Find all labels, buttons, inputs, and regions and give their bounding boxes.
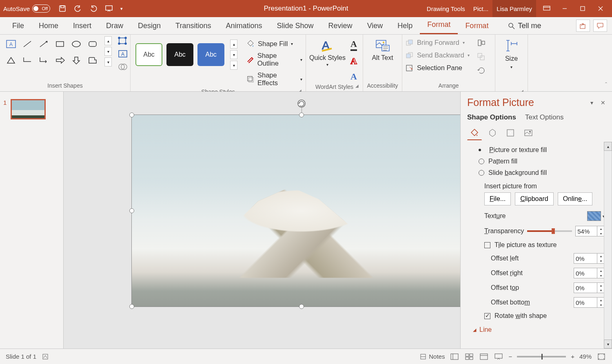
offset-left-input[interactable]: 0%▴▾ xyxy=(574,253,605,264)
tab-view[interactable]: View xyxy=(360,18,390,34)
style-up-icon[interactable]: ▴ xyxy=(230,40,237,49)
pane-close-icon[interactable]: ✕ xyxy=(601,99,605,106)
fit-window-icon[interactable] xyxy=(596,353,606,361)
clipboard-button[interactable]: Clipboard xyxy=(515,192,554,205)
slide-thumbnail-1[interactable] xyxy=(11,99,46,119)
texture-picker[interactable] xyxy=(587,211,601,221)
contextual-tab-drawing[interactable]: Drawing Tools xyxy=(423,0,469,17)
minimize-icon[interactable] xyxy=(557,3,573,14)
resize-handle-w[interactable] xyxy=(129,208,134,213)
tab-review[interactable]: Review xyxy=(321,18,360,34)
qat-customize-icon[interactable]: ▾ xyxy=(120,6,123,11)
arrow-line-icon[interactable] xyxy=(36,36,51,52)
shape-gallery[interactable]: A xyxy=(3,36,100,68)
rotate-icon[interactable] xyxy=(477,66,486,75)
send-backward-button[interactable]: Send Backward▾ xyxy=(406,51,470,59)
bring-forward-button[interactable]: Bring Forward▾ xyxy=(406,39,470,46)
style-more-icon[interactable]: ▾ xyxy=(230,61,237,70)
picture-category-icon[interactable] xyxy=(521,126,536,140)
tab-format-picture[interactable]: Format xyxy=(458,18,496,34)
connector-l-icon[interactable] xyxy=(20,53,35,68)
size-button[interactable]: Size ▾ xyxy=(505,36,518,69)
tab-draw[interactable]: Draw xyxy=(99,18,131,34)
shape-effects-button[interactable]: Shape Effects▾ xyxy=(246,71,302,87)
tab-shape-icon[interactable] xyxy=(85,53,100,68)
reading-view-icon[interactable] xyxy=(479,353,489,361)
pane-options-icon[interactable]: ▾ xyxy=(590,99,593,106)
save-icon[interactable] xyxy=(58,4,67,13)
tab-design[interactable]: Design xyxy=(131,18,168,34)
text-effects-icon[interactable]: A xyxy=(350,71,357,82)
edit-shape-icon[interactable] xyxy=(118,36,128,45)
scroll-down-icon[interactable]: ▾ xyxy=(604,340,612,349)
slide-canvas[interactable] xyxy=(64,92,460,349)
present-icon[interactable] xyxy=(105,4,113,13)
gallery-up-icon[interactable]: ▴ xyxy=(104,36,112,45)
alt-text-button[interactable]: Alt Text xyxy=(372,36,393,62)
scroll-up-icon[interactable]: ▴ xyxy=(604,142,612,151)
style-down-icon[interactable]: ▾ xyxy=(230,50,237,59)
online-button[interactable]: Online... xyxy=(558,192,593,205)
tab-home[interactable]: Home xyxy=(31,18,66,34)
maximize-icon[interactable] xyxy=(574,3,591,14)
pane-scrollbar[interactable]: ▴ ▾ xyxy=(604,142,612,349)
spin-up-icon[interactable]: ▴ xyxy=(597,226,604,231)
tab-slideshow[interactable]: Slide Show xyxy=(270,18,321,34)
resize-handle-sw[interactable] xyxy=(129,304,134,309)
style-preset-2[interactable]: Abc xyxy=(166,43,193,66)
text-options-tab[interactable]: Text Options xyxy=(525,113,564,121)
transparency-input[interactable]: 54%▴▾ xyxy=(575,226,605,236)
ribbon-display-icon[interactable] xyxy=(539,3,555,14)
line-section-header[interactable]: ◢Line xyxy=(472,322,605,335)
text-fill-icon[interactable]: A xyxy=(350,39,357,51)
pattern-fill-radio[interactable]: Pattern fill xyxy=(472,156,605,167)
user-name[interactable]: Lisa Parmley xyxy=(492,0,536,17)
resize-handle-nw[interactable] xyxy=(129,113,134,117)
zoom-level[interactable]: 49% xyxy=(579,353,592,360)
close-icon[interactable] xyxy=(592,3,609,14)
wordart-dialog-icon[interactable]: ◢ xyxy=(355,84,359,88)
selected-picture[interactable] xyxy=(131,115,460,307)
align-icon[interactable] xyxy=(477,39,486,47)
zoom-in-icon[interactable]: + xyxy=(571,353,574,360)
zoom-out-icon[interactable]: − xyxy=(508,353,512,360)
rotate-with-shape-checkbox[interactable]: Rotate with shape xyxy=(472,310,605,322)
merge-shapes-icon[interactable] xyxy=(118,62,128,71)
spin-down-icon[interactable]: ▾ xyxy=(597,231,604,236)
spellcheck-icon[interactable] xyxy=(42,353,49,360)
connector-arrow-icon[interactable] xyxy=(36,53,51,68)
selection-pane-button[interactable]: Selection Pane xyxy=(406,64,470,72)
resize-handle-s[interactable] xyxy=(299,304,304,309)
comments-icon[interactable] xyxy=(593,20,607,32)
block-arrow-icon[interactable] xyxy=(52,53,68,68)
shape-fill-button[interactable]: Shape Fill▾ xyxy=(246,40,302,48)
tab-insert[interactable]: Insert xyxy=(66,18,99,34)
size-category-icon[interactable] xyxy=(503,126,518,140)
text-outline-icon[interactable]: A xyxy=(350,56,357,66)
style-preset-3[interactable]: Abc xyxy=(197,43,224,66)
shape-options-tab[interactable]: Shape Options xyxy=(467,113,516,121)
gallery-more-icon[interactable]: ▾ xyxy=(104,57,112,66)
group-icon[interactable] xyxy=(477,53,486,61)
tab-file[interactable]: File xyxy=(5,18,31,34)
contextual-tab-picture[interactable]: Pict... xyxy=(469,0,493,17)
shape-outline-button[interactable]: Shape Outline▾ xyxy=(246,52,302,67)
zoom-slider[interactable] xyxy=(517,356,566,357)
oval-shape-icon[interactable] xyxy=(69,36,84,52)
slide-indicator[interactable]: Slide 1 of 1 xyxy=(6,353,36,360)
file-button[interactable]: File... xyxy=(484,192,511,205)
gallery-down-icon[interactable]: ▾ xyxy=(104,47,112,56)
effects-category-icon[interactable] xyxy=(485,126,500,140)
style-preset-1[interactable]: Abc xyxy=(135,43,162,66)
offset-top-input[interactable]: 0%▴▾ xyxy=(574,282,605,293)
tab-animations[interactable]: Animations xyxy=(218,18,269,34)
sorter-view-icon[interactable] xyxy=(464,353,474,361)
normal-view-icon[interactable] xyxy=(450,353,459,361)
undo-icon[interactable] xyxy=(74,4,82,13)
picture-fill-radio[interactable]: Picture or texture fill xyxy=(472,144,605,156)
quick-styles-button[interactable]: A Quick Styles ▾ xyxy=(309,36,346,67)
rotate-handle-icon[interactable] xyxy=(297,99,306,108)
tab-help[interactable]: Help xyxy=(390,18,420,34)
share-icon[interactable] xyxy=(576,20,590,32)
draw-textbox-icon[interactable]: A xyxy=(118,49,128,58)
